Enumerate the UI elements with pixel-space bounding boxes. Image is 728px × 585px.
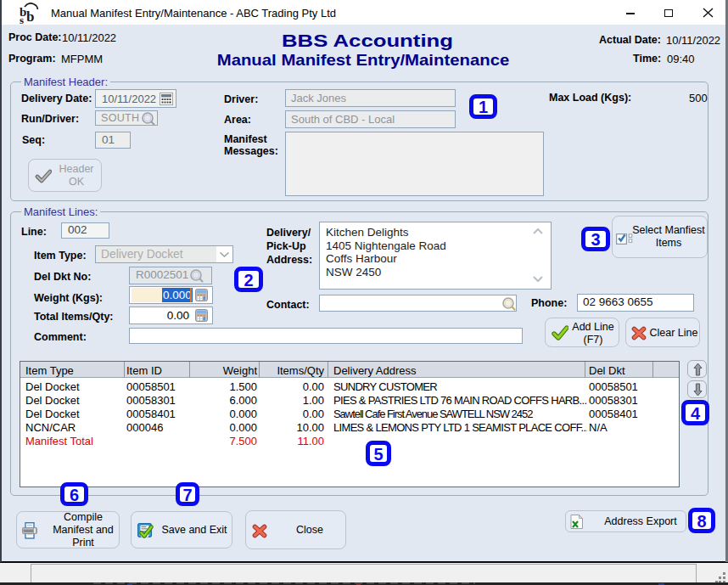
svg-text:s: s bbox=[20, 14, 24, 24]
svg-text:b: b bbox=[26, 8, 34, 24]
